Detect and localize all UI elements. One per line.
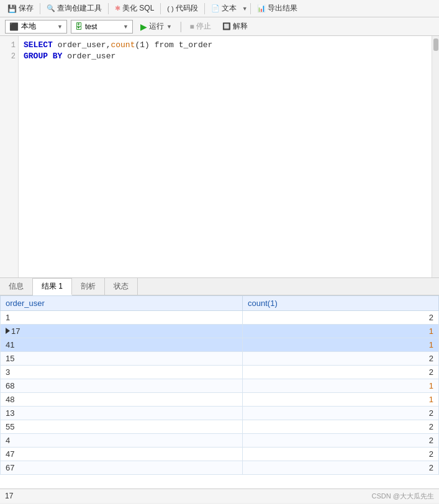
watermark: CSDN @大大瓜先生 [372,492,434,501]
sep4 [204,3,205,14]
cell-count: 2 [243,434,439,448]
cell-order-user: 47 [1,448,243,461]
result-table-wrap[interactable]: order_user count(1) 12171411152326814811… [0,295,439,488]
export-button[interactable]: 📊 导出结果 [253,2,301,15]
status-bar: 17 CSDN @大大瓜先生 [0,488,439,503]
save-label: 保存 [19,3,34,14]
editor-area: 1 2 SELECT order_user,count(1) from t_or… [0,36,439,278]
toolbar: 保存 🔍 查询创建工具 ✱ 美化 SQL ( ) 代码段 📄 文本 ▼ 📊 导出… [0,0,439,17]
database-value: test [85,22,97,31]
code-line-1: SELECT order_user,count(1) from t_order [24,40,427,51]
text-label: 文本 [222,3,237,14]
table-row[interactable]: 552 [1,420,439,434]
tabs-bar: 信息 结果 1 剖析 状态 [0,278,439,295]
table-row[interactable]: 152 [1,352,439,366]
table-row[interactable]: 32 [1,366,439,379]
tab-status-label: 状态 [114,281,129,292]
kw-from: from [155,40,174,50]
table-row[interactable]: 672 [1,461,439,475]
beautify-sql-button[interactable]: ✱ 美化 SQL [111,2,158,15]
scrollbar-thumb[interactable] [433,38,438,51]
row-indicator-icon [6,328,10,334]
query-icon: 🔍 [47,4,55,12]
tab-result1-label: 结果 1 [42,281,63,292]
text-icon: 📄 [211,4,220,12]
cell-order-user: 68 [1,379,243,393]
cell-count: 2 [243,420,439,434]
database-select[interactable]: 🗄 test ▼ [71,20,133,34]
editor-scrollbar[interactable] [432,36,439,277]
table-row[interactable]: 681 [1,379,439,393]
cell-count: 2 [243,461,439,475]
code-snippet-button[interactable]: ( ) 代码段 [163,2,201,15]
col-order-user: order_user, [58,40,111,50]
line-number-2: 2 [2,51,16,62]
query-builder-button[interactable]: 🔍 查询创建工具 [43,2,106,15]
tab-info-label: 信息 [9,281,24,292]
run-button[interactable]: ▶ 运行 ▼ [137,20,176,33]
text-button[interactable]: 📄 文本 [207,2,240,15]
cell-count: 1 [243,393,439,407]
tab-status[interactable]: 状态 [105,278,138,295]
table-row[interactable]: 472 [1,448,439,461]
run-sep: | [179,20,183,33]
table-header-row: order_user count(1) [1,296,439,311]
cell-count: 1 [243,338,439,352]
table-row[interactable]: 411 [1,338,439,352]
db-icon: 🗄 [75,22,83,31]
explain-button[interactable]: 🔲 解释 [219,20,251,33]
count-args: (1) [135,40,154,50]
text-dropdown-arrow[interactable]: ▼ [242,6,248,12]
cell-order-user: 48 [1,393,243,407]
line-numbers: 1 2 [0,36,19,277]
code-editor[interactable]: SELECT order_user,count(1) from t_order … [19,36,432,277]
cell-order-user: 15 [1,352,243,366]
run-label: 运行 [149,21,164,32]
beautify-sql-label: 美化 SQL [122,3,154,14]
connection-bar: ⬛ 本地 ▼ 🗄 test ▼ ▶ 运行 ▼ | ■ 停止 🔲 解释 [0,17,439,36]
explain-label: 解释 [233,21,248,32]
save-button[interactable]: 保存 [4,2,37,15]
table-row[interactable]: 171 [1,325,439,338]
row-count: 17 [5,492,13,500]
table-row[interactable]: 12 [1,311,439,325]
export-label: 导出结果 [268,3,297,14]
cell-count: 2 [243,366,439,379]
table-row[interactable]: 42 [1,434,439,448]
cell-count: 2 [243,448,439,461]
kw-select: SELECT [24,40,53,50]
result-tbody: 121714111523268148113255242472672 [1,311,439,475]
connection-dropdown-arrow: ▼ [57,24,63,30]
table-row[interactable]: 132 [1,407,439,420]
local-icon: ⬛ [9,22,19,31]
play-icon: ▶ [140,22,147,32]
sep1 [40,3,40,14]
cell-order-user: 3 [1,366,243,379]
cell-count: 2 [243,407,439,420]
sep3 [160,3,161,14]
col-header-order-user: order_user [1,296,243,311]
export-icon: 📊 [257,4,266,12]
cell-order-user: 13 [1,407,243,420]
line-number-1: 1 [2,40,16,51]
tab-profile-label: 剖析 [81,281,96,292]
cell-count: 1 [243,325,439,338]
table-row[interactable]: 481 [1,393,439,407]
cell-order-user: 41 [1,338,243,352]
tab-profile[interactable]: 剖析 [72,278,105,295]
code-snippet-label: 代码段 [176,3,198,14]
beautify-icon: ✱ [115,4,120,12]
stop-button[interactable]: ■ 停止 [186,20,215,33]
group-col: order_user [67,52,115,61]
tab-result1[interactable]: 结果 1 [33,278,72,295]
cell-count: 1 [243,379,439,393]
cell-count: 2 [243,311,439,325]
cell-order-user: 17 [1,325,243,338]
tab-info[interactable]: 信息 [0,278,33,295]
connection-select[interactable]: ⬛ 本地 ▼ [5,20,67,34]
sep5 [250,3,251,14]
code-icon: ( ) [167,5,173,12]
sep2 [108,3,109,14]
cell-count: 2 [243,352,439,366]
col-header-count: count(1) [243,296,439,311]
